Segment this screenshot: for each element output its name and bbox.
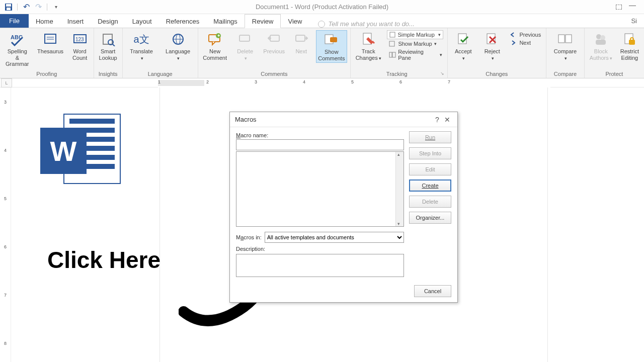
svg-point-33: [600, 35, 605, 40]
window-title: Document1 - Word (Product Activation Fai…: [0, 3, 644, 11]
block-authors-button[interactable]: Block Authors: [588, 30, 614, 62]
reject-button[interactable]: Reject: [480, 30, 504, 62]
svg-text:✦: ✦: [217, 33, 221, 38]
group-compare: Compare Compare: [546, 28, 585, 78]
create-button[interactable]: Create: [409, 179, 451, 192]
ribbon-options-icon[interactable]: [616, 3, 622, 11]
group-label-compare: Compare: [549, 69, 581, 78]
dialog-help-icon[interactable]: ?: [432, 116, 442, 124]
run-button[interactable]: Run: [409, 131, 451, 143]
dialog-close-icon[interactable]: ✕: [442, 116, 452, 124]
description-box[interactable]: [236, 254, 404, 277]
macros-in-dropdown[interactable]: All active templates and documents: [265, 232, 404, 243]
group-protect: Block Authors Restrict Editing Protect: [585, 28, 644, 78]
word-logo-letter: W: [40, 128, 87, 174]
thesaurus-button[interactable]: Thesaurus: [36, 30, 65, 56]
tab-selector[interactable]: L: [1, 78, 12, 87]
step-into-button[interactable]: Step Into: [409, 147, 451, 159]
reviewing-pane-dropdown[interactable]: Reviewing Pane▾: [387, 48, 444, 61]
organizer-button[interactable]: Organizer...: [409, 212, 451, 224]
spelling-grammar-button[interactable]: ABC Spelling & Grammar: [3, 30, 32, 68]
minimize-icon[interactable]: —: [629, 1, 636, 9]
tab-review[interactable]: Review: [245, 14, 281, 28]
new-comment-button[interactable]: ✦ New Comment: [201, 30, 229, 62]
delete-button[interactable]: Delete: [409, 196, 451, 208]
svg-text:123: 123: [75, 37, 84, 42]
previous-change-button[interactable]: Previous: [508, 31, 543, 38]
group-tracking: Track Changes Simple Markup▾ Show Markup…: [351, 28, 448, 78]
cancel-button[interactable]: Cancel: [414, 285, 451, 297]
group-label-comments: Comments: [201, 69, 347, 78]
svg-rect-31: [566, 35, 572, 43]
svg-rect-22: [330, 37, 337, 42]
group-label-proofing: Proofing: [3, 69, 91, 78]
smart-lookup-button[interactable]: Smart Lookup: [97, 30, 119, 62]
show-markup-dropdown[interactable]: Show Markup▾: [387, 40, 444, 47]
group-changes: Accept Reject Previous Next Changes: [448, 28, 547, 78]
tab-references[interactable]: References: [159, 15, 206, 28]
svg-rect-19: [270, 35, 279, 41]
horizontal-ruler[interactable]: L 1 2 3 4 5 6 7: [0, 78, 644, 87]
dialog-title: Macros: [235, 116, 432, 123]
vertical-ruler[interactable]: 3 4 5 6 7 8: [2, 87, 11, 362]
translate-button[interactable]: a文 Translate: [126, 30, 157, 62]
group-language: a文 Translate Language Language: [123, 28, 198, 78]
macro-list[interactable]: [236, 151, 404, 227]
tab-mailings[interactable]: Mailings: [206, 15, 245, 28]
tab-layout[interactable]: Layout: [125, 15, 159, 28]
svg-rect-1: [6, 4, 11, 7]
word-count-button[interactable]: 123 Word Count: [69, 30, 91, 62]
svg-rect-9: [103, 34, 112, 44]
scrollbar[interactable]: [395, 152, 404, 226]
redo-icon[interactable]: ↷: [34, 3, 43, 12]
ribbon-tabs: File Home Insert Design Layout Reference…: [0, 14, 644, 28]
macro-name-input[interactable]: [236, 139, 404, 150]
tell-me-placeholder: Tell me what you want to do...: [328, 20, 415, 28]
bulb-icon: [318, 21, 325, 28]
svg-rect-25: [389, 41, 394, 46]
description-label: Description:: [236, 246, 404, 252]
show-comments-button[interactable]: Show Comments: [316, 30, 347, 63]
title-bar: ↶ ↷ ▾ Document1 - Word (Product Activati…: [0, 0, 644, 14]
tab-file[interactable]: File: [0, 14, 29, 28]
compare-button[interactable]: Compare: [549, 30, 581, 62]
tab-design[interactable]: Design: [91, 15, 125, 28]
display-mode-dropdown[interactable]: Simple Markup▾: [387, 30, 443, 39]
svg-line-11: [113, 44, 115, 46]
group-label-insights: Insights: [97, 69, 119, 78]
undo-icon[interactable]: ↶: [22, 3, 31, 12]
tab-home[interactable]: Home: [29, 15, 60, 28]
macros-dialog: Macros ? ✕ Macro name: Macros in: All ac…: [229, 112, 458, 303]
save-icon[interactable]: [4, 3, 13, 12]
ribbon-review: ABC Spelling & Grammar Thesaurus 123 Wor…: [0, 28, 644, 78]
svg-rect-26: [389, 52, 392, 57]
tab-insert[interactable]: Insert: [60, 15, 91, 28]
tab-view[interactable]: View: [281, 15, 309, 28]
language-button[interactable]: Language: [161, 30, 194, 62]
group-proofing: ABC Spelling & Grammar Thesaurus 123 Wor…: [0, 28, 94, 78]
svg-rect-4: [45, 34, 56, 43]
svg-rect-27: [392, 52, 395, 57]
next-comment-button[interactable]: Next: [291, 30, 312, 56]
dialog-titlebar[interactable]: Macros ? ✕: [230, 112, 457, 127]
svg-rect-24: [390, 32, 395, 37]
svg-rect-20: [296, 35, 305, 41]
group-insights: Smart Lookup Insights: [94, 28, 123, 78]
previous-comment-button[interactable]: Previous: [262, 30, 287, 56]
macros-in-label: Macros in:: [236, 234, 262, 240]
next-change-button[interactable]: Next: [508, 39, 543, 46]
svg-rect-30: [558, 35, 565, 43]
edit-button[interactable]: Edit: [409, 163, 451, 175]
word-logo: W: [40, 114, 121, 189]
delete-comment-button[interactable]: Delete: [233, 30, 258, 62]
svg-rect-2: [7, 8, 11, 10]
quick-access-toolbar: ↶ ↷ ▾: [0, 3, 60, 12]
track-changes-button[interactable]: Track Changes: [354, 30, 383, 62]
accept-button[interactable]: Accept: [451, 30, 476, 62]
qat-customize-icon[interactable]: ▾: [51, 3, 60, 12]
group-comments: ✦ New Comment Delete Previous Next Show …: [198, 28, 351, 78]
group-label-protect: Protect: [588, 69, 641, 78]
restrict-editing-button[interactable]: Restrict Editing: [618, 30, 641, 62]
sign-in-link[interactable]: Si: [624, 14, 644, 28]
tell-me-search[interactable]: Tell me what you want to do...: [318, 20, 415, 28]
